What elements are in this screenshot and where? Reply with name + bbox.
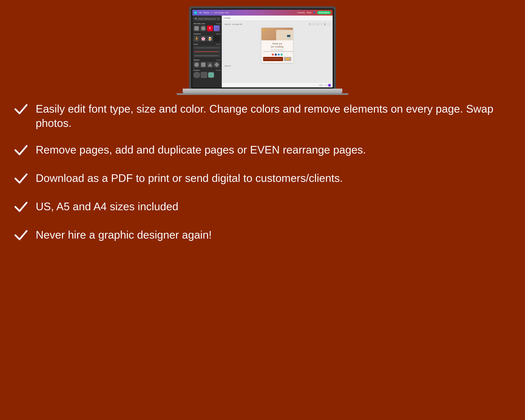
checkmark-svg-4 (14, 199, 28, 214)
shapes-seeall[interactable]: See all (216, 59, 221, 61)
flyer-photo-area: 💻 🤝 (262, 28, 293, 40)
page-b4-bar: Page B4 (224, 65, 330, 67)
shapes-section: Shapes See all (194, 59, 221, 68)
featured-flower[interactable]: 🌸 (200, 36, 206, 42)
animate-label[interactable]: Animate (224, 17, 230, 19)
elements-panel: 🔍 Search Elements Pro ⊞ Recently used Se… (192, 16, 222, 87)
featured-character[interactable]: 🧍 (194, 36, 199, 42)
topbar-left: C File Resize ↩ still cheaper used (194, 11, 229, 14)
shape-triangle-item[interactable] (207, 62, 213, 68)
page-actions: ⧉ ∧ ∨ + 🗑 ⋯ (308, 23, 330, 26)
line-thick[interactable]: → (194, 54, 221, 57)
recent-circle-item[interactable] (200, 25, 206, 31)
shape-square-item[interactable] (200, 62, 206, 68)
canvas-bottom-bar: 54% ⤢ ⊡ (222, 83, 333, 87)
flyer-body: Thank you for reading Like a brief descr… (262, 40, 293, 63)
elements-search-bar[interactable]: 🔍 Search Elements Pro ⊞ (194, 17, 221, 21)
document-title: still cheaper used (214, 11, 229, 14)
feature-text-4: US, A5 and A4 sizes included (36, 198, 178, 214)
laptop-screen-outer: C File Resize ↩ still cheaper used Conte… (189, 6, 336, 89)
share-button[interactable]: Share (306, 11, 311, 14)
page-up-btn[interactable]: ∧ (312, 23, 315, 26)
pinterest-icon: P (209, 27, 211, 30)
cta-photo: 🤝 (284, 57, 291, 61)
laptop-screen: C File Resize ↩ still cheaper used Conte… (192, 10, 333, 87)
feature-item-5: Never hire a graphic designer again! (13, 227, 512, 243)
recently-used-seeall[interactable]: See all (216, 23, 221, 24)
features-section: Easily edit font type, size and color. C… (13, 101, 512, 243)
recently-used-section: Recently used See all P (194, 23, 221, 31)
featured-items: 🧍 🌸 🍺 (194, 36, 221, 42)
featured-dark[interactable] (214, 36, 220, 42)
topbar-right: Contents Share 👤 Print Flyers (297, 11, 331, 14)
contents-button[interactable]: Contents (297, 11, 305, 14)
recently-used-items: P (194, 25, 221, 31)
checkmark-svg-3 (14, 171, 28, 186)
featured-seeall[interactable]: See all (216, 33, 221, 35)
thank-you-line2: for reading (263, 45, 291, 48)
frame-rounded-item[interactable] (194, 72, 200, 78)
menu-resize[interactable]: Resize (203, 11, 209, 14)
frame-square-item[interactable] (201, 72, 207, 78)
feature-item-4: US, A5 and A4 sizes included (13, 198, 512, 215)
laptop-emoji-icon: 💻 (286, 34, 291, 39)
profile-icon[interactable]: 👤 (313, 11, 315, 14)
frames-items (194, 72, 221, 78)
line-red[interactable]: → (194, 50, 221, 53)
checkmark-5 (13, 227, 29, 243)
page-more-btn[interactable]: ⋯ (327, 23, 330, 26)
canva-ui: C File Resize ↩ still cheaper used Conte… (192, 10, 333, 87)
page-copy-btn[interactable]: ⧉ (308, 23, 311, 26)
zoom-fit-icon[interactable]: ⊡ (326, 84, 327, 86)
cta-photo-icon: 🤝 (286, 57, 289, 61)
flower-icon: 🌸 (201, 37, 205, 41)
featured-section: Featured See all 🧍 🌸 🍺 (194, 33, 221, 42)
zoom-level: 54% (319, 84, 323, 86)
page-delete-btn[interactable]: 🗑 (323, 23, 326, 26)
feature-text-1: Easily edit font type, size and color. C… (36, 101, 512, 130)
print-flyers-button[interactable]: Print Flyers (317, 11, 331, 14)
page-b4-label: Page B4 (224, 65, 231, 67)
frames-title: Frames (194, 69, 199, 71)
zoom-expand-icon[interactable]: ⤢ (323, 84, 325, 86)
page-b3-label: Page B3 · Add page title (224, 23, 242, 25)
flyer-description-text: Like a brief description here ededededed… (263, 49, 291, 52)
feature-item-3: Download as a PDF to print or send digit… (13, 170, 512, 187)
recent-pinterest-item[interactable]: P (207, 25, 213, 31)
canva-logo: C (194, 11, 197, 14)
checkmark-svg-2 (14, 143, 28, 158)
checkmark-3 (13, 170, 29, 187)
frames-header: Frames See all (194, 69, 221, 71)
checkmark-1 (13, 101, 29, 118)
recent-square-item[interactable] (194, 25, 199, 31)
canvas-scroll[interactable]: Page B3 · Add page title ⧉ ∧ ∨ + 🗑 ⋯ (222, 21, 333, 83)
recently-used-header: Recently used See all (194, 23, 221, 25)
page-duplicate-btn[interactable]: + (320, 23, 323, 26)
featured-beer[interactable]: 🍺 (207, 36, 213, 42)
feature-item-2: Remove pages, add and duplicate pages or… (13, 142, 512, 159)
flyer-card: 💻 🤝 Thank you for reading (262, 28, 293, 63)
beer-icon: 🍺 (208, 37, 212, 41)
shape-circle-item[interactable] (194, 62, 199, 68)
menu-undo[interactable]: ↩ (211, 11, 213, 14)
line-thin[interactable] (194, 46, 221, 49)
lines-seeall[interactable]: See all (216, 44, 221, 45)
social-icon-red: ● (272, 54, 274, 56)
canva-topbar: C File Resize ↩ still cheaper used Conte… (192, 10, 333, 16)
shapes-items (194, 62, 221, 68)
lines-section: Lines See all → → (194, 43, 221, 57)
menu-file[interactable]: File (199, 11, 202, 14)
frame-landscape-item[interactable] (208, 72, 214, 78)
frames-seeall[interactable]: See all (216, 69, 221, 71)
cta-button[interactable]: Check out more information here! (263, 57, 283, 61)
page-down-btn[interactable]: ∨ (316, 23, 319, 26)
shape-diamond-item[interactable] (214, 62, 220, 68)
arrow-right-icon: → (218, 51, 220, 53)
social-icon-teal: in (281, 54, 283, 56)
search-placeholder-text: Search Elements Pro (198, 18, 216, 20)
shapes-header: Shapes See all (194, 59, 221, 61)
recent-gradient-item[interactable] (214, 25, 220, 31)
user-avatar-dot (328, 84, 331, 87)
canvas-area: Animate Page B3 · Add page title ⧉ ∧ (222, 16, 333, 87)
social-icon-twitter: t (278, 54, 280, 56)
